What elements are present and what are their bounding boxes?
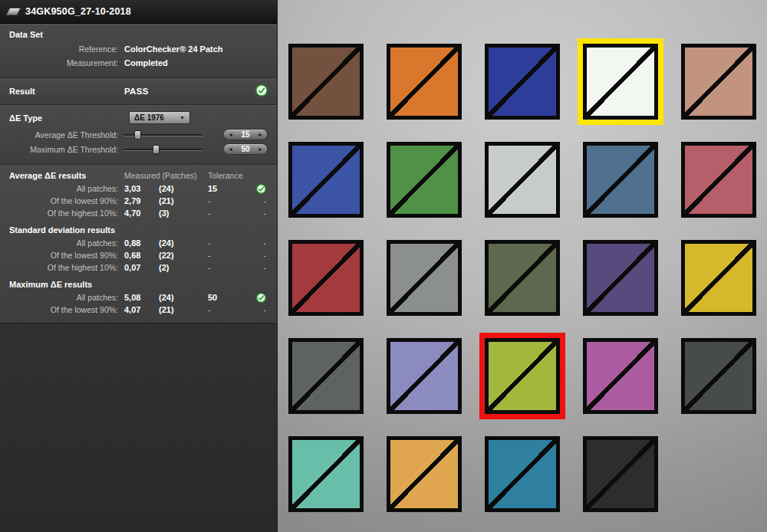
result-measured-value: 0,88 [124,238,159,248]
dataset-icon [5,8,21,15]
result-status: - [252,304,268,315]
std-dev-results-header: Standard deviation results [9,225,268,235]
color-patch[interactable] [583,338,658,414]
title-bar: 34GK950G_27-10-2018 [0,0,277,24]
result-tolerance-value: - [208,250,252,261]
result-row: Of the lowest 90%: 0,68 (22) - - [9,250,268,261]
result-patch-count: (24) [159,292,208,303]
result-tolerance-value: 50 [208,292,252,303]
measurement-label: Measurement: [9,57,124,68]
measurement-row: Measurement: Completed [9,57,268,68]
result-status [252,293,268,303]
result-tolerance-value: - [208,238,252,248]
results-column-headers: Average ΔE results Measured (Patches) To… [9,171,268,180]
color-patch[interactable] [681,142,756,218]
color-patch[interactable] [387,44,462,120]
std-dev-rows: All patches: 0,88 (24) - - Of the lowest… [9,238,268,273]
result-status: - [252,262,268,273]
color-patch[interactable] [681,44,756,120]
de-type-label: ΔE Type [9,113,124,123]
maximum-de-rows: All patches: 5,08 (24) 50 Of the lowest … [9,292,268,315]
color-patch[interactable] [681,338,756,414]
result-row: Of the lowest 90%: 2,79 (21) - - [9,195,268,206]
color-patch[interactable] [485,338,560,414]
result-status: - [252,250,268,261]
result-status: - [252,208,268,218]
color-patch[interactable] [583,436,658,512]
result-row-label: Of the highest 10%: [9,208,124,218]
result-patch-count: (3) [159,208,208,218]
result-patch-count: (24) [159,183,208,194]
spinner-right-arrow-icon[interactable]: ► [258,146,263,152]
result-row-label: Of the lowest 90%: [9,250,124,261]
result-value: PASS [124,87,149,96]
average-threshold-spinner[interactable]: ◄ 15 ► [223,129,268,140]
data-set-header: Data Set [9,30,268,39]
result-status [252,184,268,194]
result-tolerance-value: - [208,262,252,273]
result-tolerance-value: 15 [208,183,252,194]
color-patch[interactable] [681,240,756,316]
color-patch[interactable] [387,436,462,512]
result-status: - [252,195,268,206]
color-patch[interactable] [485,240,560,316]
result-measured-value: 3,03 [124,183,159,194]
de-type-selected: ΔE 1976 [134,113,164,122]
color-patch[interactable] [288,436,364,512]
col-header-tolerance: Tolerance [208,171,252,180]
color-patch[interactable] [288,44,364,120]
spinner-left-arrow-icon[interactable]: ◄ [228,132,233,137]
color-patch[interactable] [387,338,462,414]
result-patch-count: (24) [159,238,208,248]
result-row: All patches: 3,03 (24) 15 [9,183,268,194]
spinner-right-arrow-icon[interactable]: ► [258,132,263,137]
result-row-label: All patches: [9,183,124,194]
average-de-results-header: Average ΔE results [9,171,124,180]
color-patch[interactable] [387,240,462,316]
result-measured-value: 4,70 [124,208,159,218]
reference-label: Reference: [9,44,124,54]
result-tolerance-value: - [208,208,252,218]
result-row: Of the highest 10%: 4,70 (3) - - [9,208,268,218]
slider-thumb[interactable] [134,130,141,140]
result-pass-check-icon [255,84,268,98]
result-row-label: Of the lowest 90%: [9,304,124,315]
measurement-value: Completed [124,57,168,68]
color-patch[interactable] [387,142,462,218]
reference-row: Reference: ColorChecker® 24 Patch [9,44,268,54]
panel-empty-area [0,323,277,532]
color-patch[interactable] [288,142,364,218]
maximum-threshold-spinner[interactable]: ◄ 50 ► [223,143,268,155]
maximum-threshold-slider[interactable] [124,145,202,154]
result-measured-value: 4,07 [124,304,159,315]
result-label: Result [9,87,124,96]
result-row-label: Of the highest 10%: [9,262,124,273]
average-threshold-label: Average ΔE Threshold: [9,130,124,140]
slider-thumb[interactable] [153,145,160,154]
slider-track[interactable] [124,149,202,150]
result-row: All patches: 0,88 (24) - - [9,238,268,248]
de-type-dropdown[interactable]: ΔE 1976 ▼ [129,111,190,124]
chevron-down-icon: ▼ [179,115,185,120]
result-measured-value: 5,08 [124,292,159,303]
app-window: 34GK950G_27-10-2018 Data Set Reference: … [0,0,767,532]
result-row: All patches: 5,08 (24) 50 [9,292,268,303]
spinner-left-arrow-icon[interactable]: ◄ [228,146,233,152]
color-patch[interactable] [583,44,658,120]
result-section: Result PASS [0,78,277,105]
color-patch[interactable] [288,240,364,316]
result-row: Of the lowest 90%: 4,07 (21) - - [9,304,268,315]
color-patch[interactable] [288,338,364,414]
color-patch[interactable] [485,142,560,218]
color-patch[interactable] [485,44,560,120]
settings-panel: 34GK950G_27-10-2018 Data Set Reference: … [0,0,278,532]
result-patch-count: (2) [159,262,208,273]
color-patch[interactable] [583,142,658,218]
color-patch[interactable] [583,240,658,316]
average-threshold-row: Average ΔE Threshold: ◄ 15 ► [9,129,268,140]
color-patch[interactable] [485,436,560,512]
window-title: 34GK950G_27-10-2018 [25,6,131,17]
average-threshold-slider[interactable] [124,130,202,140]
data-set-section: Data Set Reference: ColorChecker® 24 Pat… [0,24,277,78]
patch-grid [278,0,767,512]
